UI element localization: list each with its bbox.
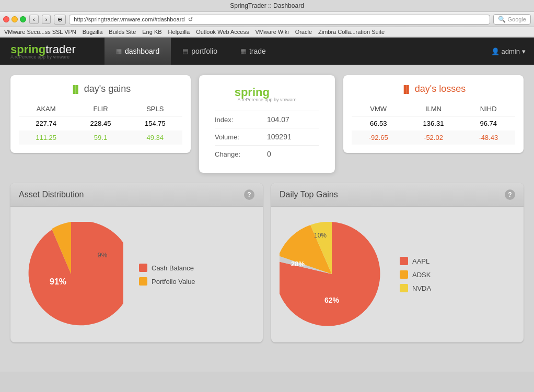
close-icon[interactable] [3,16,9,22]
daily-top-gains-title: Daily Top Gains [280,190,338,199]
center-sub: A rePerence app by vmware [215,97,319,102]
table-row: 227.74 228.45 154.75 [19,116,182,131]
main-content: ▐▌ day's gains AKAM FLIR SPLS 227.74 [0,65,534,353]
gains-col-3: SPLS [128,102,182,116]
portfolio-icon: ▤ [182,47,188,55]
losses-change-1: -92.65 [352,130,405,145]
address-bar[interactable]: http://springtrader.vmware.com/#dashboar… [69,15,490,25]
browser-toolbar: ‹ › ⊕ http://springtrader.vmware.com/#da… [0,12,534,27]
forward-button[interactable]: › [42,15,51,24]
portfolio-color-swatch [139,277,147,286]
logo-area: springtrader A rePerence app by vmware [0,38,105,65]
bookmark-zimbra[interactable]: Zimbra Colla...ration Suite [318,29,385,35]
gains-price-1: 227.74 [19,116,73,131]
asset-distribution-card: Asset Distribution ? [10,183,263,342]
market-index-widget: springtrader A rePerence app by vmware I… [199,75,335,173]
index-value: 104.07 [267,115,289,124]
legend-item-adsk: ADSK [400,270,431,279]
daily-gains-legend: AAPL ADSK NVDA [400,257,431,292]
asset-distribution-header: Asset Distribution ? [10,183,263,207]
gains-price-3: 154.75 [128,116,182,131]
nav-trade[interactable]: ▦ trade [229,38,277,65]
gains-change-3: 49.34 [128,130,182,145]
dashboard-icon: ▦ [116,47,122,55]
nav-dashboard[interactable]: ▦ dashboard [105,38,171,65]
change-value: 0 [267,150,271,158]
minimize-icon[interactable] [11,16,18,22]
bookmark-vmware-wiki[interactable]: VMware Wiki [255,29,288,35]
gains-price-2: 228.45 [73,116,127,131]
asset-legend: Cash Balance Portfolio Value [139,264,195,286]
svg-text:28%: 28% [291,260,305,268]
cash-balance-label: Cash Balance [152,264,194,272]
legend-item-aapl: AAPL [400,257,431,265]
back-button[interactable]: ‹ [29,15,39,24]
bookmark-oracle[interactable]: Oracle [295,29,312,35]
losses-table: VMW ILMN NIHD 66.53 136.31 96.74 -92.65 [352,102,515,145]
reload-button[interactable]: ⊕ [54,15,66,25]
bookmark-builds[interactable]: Builds Site [109,29,136,35]
asset-distribution-title: Asset Distribution [19,190,84,199]
table-row: -92.65 -52.02 -48.43 [352,130,515,145]
gains-table: AKAM FLIR SPLS 227.74 228.45 154.75 111.… [19,102,182,145]
asset-distribution-body: 91% 9% Cash Balance Portfolio Value [10,207,263,342]
refresh-icon[interactable]: ↺ [188,16,193,23]
nav-portfolio-label: portfolio [191,47,217,55]
losses-title: ▐▌ day's losses [352,84,515,94]
gains-title-text: day's gains [84,84,131,94]
app-container: springtrader A rePerence app by vmware ▦… [0,38,534,372]
admin-button[interactable]: 👤 admin ▾ [491,47,526,55]
bookmark-bugzilla[interactable]: Bugzilla [83,29,103,35]
chevron-down-icon: ▾ [522,47,526,55]
cash-color-swatch [139,264,147,272]
svg-text:62%: 62% [324,296,340,304]
adsk-color-swatch [400,270,408,279]
losses-change-2: -52.02 [405,130,461,145]
gains-card: ▐▌ day's gains AKAM FLIR SPLS 227.74 [10,75,191,153]
daily-gains-pie-chart: 62% 28% 10% [280,222,384,328]
losses-card: ▐▌ day's losses VMW ILMN NIHD 66.53 [343,75,524,153]
user-icon: 👤 [491,47,500,55]
search-icon: 🔍 [498,16,506,23]
maximize-icon[interactable] [20,16,26,22]
nav-items: ▦ dashboard ▤ portfolio ▦ trade [105,38,483,65]
index-label: Index: [215,116,257,124]
losses-price-2: 136.31 [405,116,461,131]
page-title: SpringTrader :: Dashboard [230,2,304,9]
bottom-section: Asset Distribution ? [10,183,524,342]
nav-right: 👤 admin ▾ [483,38,534,65]
traffic-lights [3,16,26,22]
bookmark-owa[interactable]: Outlook Web Access [196,29,249,35]
nav-portfolio[interactable]: ▤ portfolio [171,38,229,65]
asset-help-button[interactable]: ? [244,189,254,200]
trade-icon: ▦ [240,47,246,55]
legend-item-cash: Cash Balance [139,264,195,272]
gains-change-1: 111.25 [19,130,73,145]
gains-help-button[interactable]: ? [505,189,515,200]
browser-titlebar: SpringTrader :: Dashboard [0,0,534,12]
bookmarks-bar: VMware Secu...ss SSL VPN Bugzilla Builds… [0,27,534,37]
change-row: Change: 0 [215,145,319,162]
gains-change-2: 59.1 [73,130,127,145]
index-row: Index: 104.07 [215,111,319,128]
losses-title-text: day's losses [415,84,466,94]
adsk-label: ADSK [412,271,431,279]
logo-subtitle: A rePerence app by vmware [10,54,76,60]
volume-value: 109291 [267,133,292,141]
nvda-color-swatch [400,284,408,292]
bookmark-helpzilla[interactable]: Helpzilla [168,29,190,35]
bookmark-vmware-ssl[interactable]: VMware Secu...ss SSL VPN [4,29,76,35]
gains-bar-icon: ▐▌ [71,85,81,93]
gains-col-2: FLIR [73,102,127,116]
losses-bar-icon: ▐▌ [401,85,412,93]
losses-col-3: NIHD [462,102,515,116]
gains-col-1: AKAM [19,102,73,116]
search-bar[interactable]: 🔍 Google [493,14,531,25]
bookmark-engkb[interactable]: Eng KB [142,29,161,35]
legend-item-nvda: NVDA [400,284,431,292]
svg-text:91%: 91% [50,277,66,286]
gains-title: ▐▌ day's gains [19,84,182,94]
admin-label: admin [502,47,520,55]
nvda-label: NVDA [412,284,431,292]
center-logo: springtrader A rePerence app by vmware [215,86,319,102]
